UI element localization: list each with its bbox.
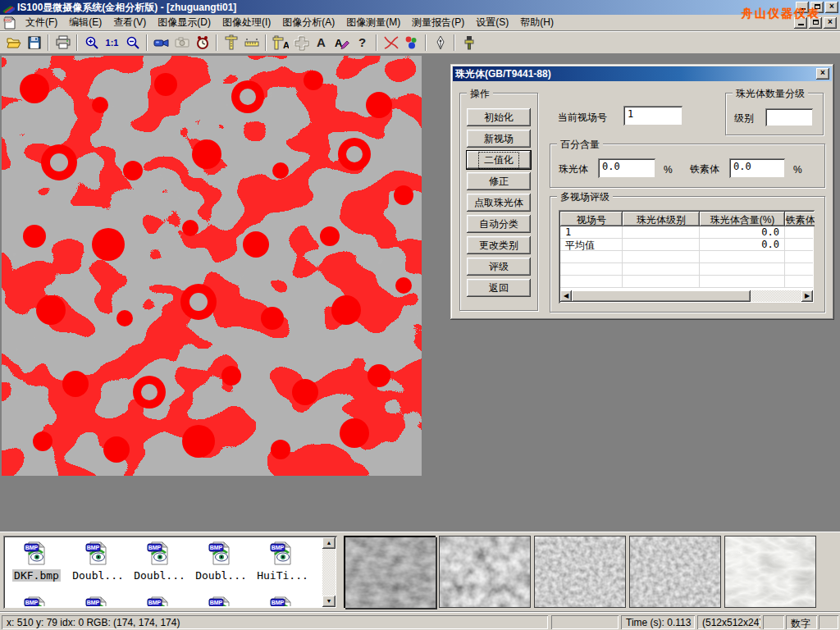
zoom-out-button[interactable] — [122, 33, 143, 52]
dialog-title: 珠光体(GB/T9441-88) — [455, 67, 816, 81]
pearlite-percent-input[interactable]: 0.0 — [598, 158, 655, 178]
table-row[interactable]: 1 0.0 — [560, 226, 813, 239]
thumbnail-5[interactable] — [724, 536, 816, 608]
menu-edit[interactable]: 编辑(E) — [63, 14, 107, 31]
grade-group: 珠光体数量分级 级别 — [725, 93, 824, 135]
table-horizontal-scrollbar[interactable]: ◀ ▶ — [560, 290, 813, 302]
scroll-down-button[interactable]: ▼ — [322, 596, 336, 607]
file-item[interactable] — [129, 593, 190, 606]
scroll-right-button[interactable]: ▶ — [801, 290, 813, 302]
dialog-titlebar[interactable]: 珠光体(GB/T9441-88) × — [453, 66, 832, 81]
caliper-text-icon: A — [272, 34, 289, 51]
menu-file[interactable]: 文件(F) — [20, 14, 63, 31]
file-item[interactable]: Doubl... — [129, 538, 190, 582]
actual-size-button[interactable]: 1:1 — [102, 33, 122, 52]
table-row[interactable]: 平均值 0.0 — [560, 239, 813, 251]
ruler-measure-button[interactable] — [241, 33, 262, 52]
timer-button[interactable] — [192, 33, 212, 52]
toolbar-separator — [265, 34, 267, 51]
file-list-scrollbar[interactable]: ▲ ▼ — [322, 537, 336, 607]
file-list-row: DKF.bmp Doubl... Doubl... Doubl... HuiTi… — [6, 538, 322, 582]
file-item[interactable]: Doubl... — [190, 538, 252, 582]
document-icon: DOC — [3, 16, 16, 30]
app-icon — [2, 2, 15, 13]
grade-input[interactable] — [765, 108, 813, 126]
scrollbar-track[interactable] — [751, 290, 801, 302]
file-item[interactable] — [6, 593, 67, 606]
printer-icon — [55, 34, 71, 51]
bmp-file-icon — [208, 540, 235, 568]
save-button[interactable] — [24, 33, 44, 52]
child-close-button[interactable]: × — [824, 17, 837, 29]
bmp-file-icon — [84, 540, 112, 568]
thumbnail-3[interactable] — [534, 536, 626, 608]
svg-text:A: A — [283, 40, 289, 50]
scroll-left-button[interactable]: ◀ — [560, 290, 572, 302]
scroll-up-button[interactable]: ▲ — [322, 537, 336, 549]
grid-button[interactable] — [290, 33, 311, 52]
change-class-button[interactable]: 更改类别 — [467, 236, 531, 254]
file-item[interactable]: Doubl... — [67, 538, 129, 582]
current-field-input[interactable]: 1 — [623, 106, 682, 126]
zoom-in-button[interactable] — [81, 33, 102, 52]
file-name: Doubl... — [194, 569, 249, 582]
file-item[interactable]: DKF.bmp — [6, 538, 67, 582]
menu-image-measure[interactable]: 图像测量(M) — [340, 14, 406, 31]
binarize-button[interactable]: 二值化 — [467, 151, 531, 169]
menu-image-analysis[interactable]: 图像分析(A) — [276, 14, 340, 31]
classify-button[interactable] — [401, 33, 422, 52]
init-button[interactable]: 初始化 — [467, 108, 531, 126]
rating-table[interactable]: 视场号 珠光体级别 珠光体含量(%) 铁素体含量(%) 1 0.0 平均值 — [559, 210, 815, 304]
snapshot-button[interactable] — [171, 33, 192, 52]
help-button[interactable]: ? — [352, 33, 372, 52]
clock-icon — [194, 34, 211, 51]
pick-pearlite-button[interactable]: 点取珠光体 — [467, 194, 531, 212]
menu-image-process[interactable]: 图像处理(I) — [217, 14, 276, 31]
file-name: Doubl... — [132, 569, 187, 582]
window-close-button[interactable]: × — [825, 2, 838, 13]
bmp-file-icon — [23, 540, 51, 568]
ferrite-percent-input[interactable]: 0.0 — [729, 158, 785, 178]
correct-button[interactable]: 修正 — [467, 172, 531, 190]
video-capture-button[interactable] — [151, 33, 171, 52]
metallographic-image[interactable] — [2, 56, 422, 476]
file-list[interactable]: DKF.bmp Doubl... Doubl... Doubl... HuiTi… — [3, 536, 337, 609]
return-button[interactable]: 返回 — [467, 279, 531, 297]
app-titlebar: IS100显微摄像系统(金相分析版) - [zhuguangti01] 舟山仪器… — [0, 0, 840, 15]
table-row-empty — [560, 263, 813, 276]
text-annotate-button[interactable]: A — [311, 33, 331, 52]
menu-image-display[interactable]: 图像显示(D) — [152, 14, 217, 31]
file-item[interactable] — [67, 593, 129, 606]
thumbnail-1[interactable] — [344, 536, 436, 608]
menu-measure-report[interactable]: 测量报告(P) — [406, 14, 470, 31]
measure-text-button[interactable]: A — [270, 33, 290, 52]
auto-classify-button[interactable]: 自动分类 — [467, 215, 531, 233]
operations-group: 操作 初始化 新视场 二值化 修正 点取珠光体 自动分类 更改类别 评级 返回 — [459, 93, 538, 311]
menu-view[interactable]: 查看(V) — [107, 14, 152, 31]
file-item[interactable]: HuiTi... — [252, 538, 313, 582]
pearlite-dialog: 珠光体(GB/T9441-88) × 操作 初始化 新视场 二值化 修正 点取珠… — [450, 64, 834, 320]
caliper-measure-button[interactable] — [221, 33, 241, 52]
pen-tool-button[interactable] — [430, 33, 450, 52]
toolbar-separator — [146, 34, 148, 51]
table-row-empty — [560, 251, 813, 263]
camera-icon — [174, 34, 190, 51]
col-field-number: 视场号 — [560, 212, 623, 226]
menu-help[interactable]: 帮助(H) — [514, 14, 559, 31]
mdi-workspace: 珠光体(GB/T9441-88) × 操作 初始化 新视场 二值化 修正 点取珠… — [0, 54, 840, 532]
rate-button[interactable]: 评级 — [467, 258, 531, 276]
menu-settings[interactable]: 设置(S) — [470, 14, 514, 31]
grade-label: 级别 — [734, 112, 754, 126]
brush-tool-button[interactable] — [459, 33, 479, 52]
print-button[interactable] — [52, 33, 73, 52]
new-field-button[interactable]: 新视场 — [467, 130, 531, 148]
curve-tool-button[interactable] — [381, 33, 401, 52]
file-item[interactable] — [190, 593, 252, 606]
thumbnail-2[interactable] — [439, 536, 531, 608]
file-item[interactable] — [252, 593, 313, 606]
thumbnail-4[interactable] — [629, 536, 721, 608]
scrollbar-thumb[interactable] — [572, 290, 751, 302]
text-edit-button[interactable]: A — [331, 33, 352, 52]
dialog-close-button[interactable]: × — [816, 68, 829, 80]
open-button[interactable] — [3, 33, 24, 52]
